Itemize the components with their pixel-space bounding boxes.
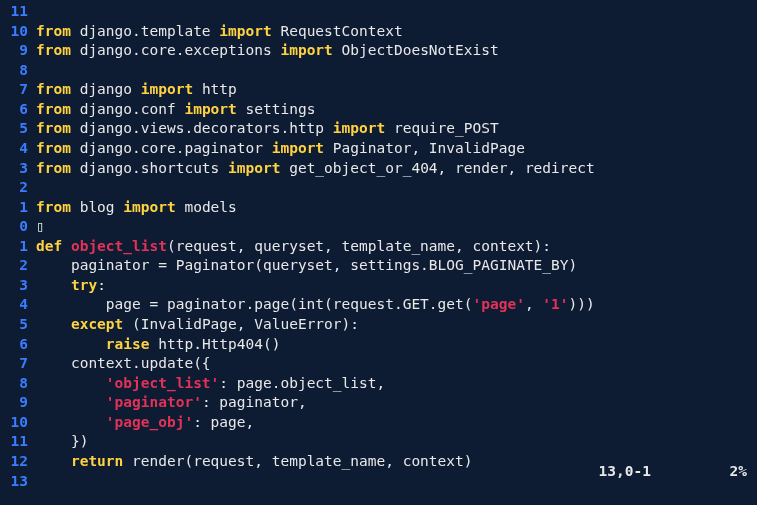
vim-editor[interactable]: 1110from django.template import RequestC… (0, 0, 757, 505)
code-line[interactable]: 2 paginator = Paginator(queryset, settin… (0, 256, 757, 276)
token-kw-import: import (141, 81, 193, 97)
line-content[interactable]: from django.core.exceptions import Objec… (36, 41, 499, 61)
line-content[interactable]: except (InvalidPage, ValueError): (36, 315, 359, 335)
token-plain: blog (71, 199, 123, 215)
token-plain: django (71, 81, 141, 97)
line-content[interactable]: return render(request, template_name, co… (36, 452, 473, 472)
token-plain: : page.object_list, (219, 375, 385, 391)
code-area[interactable]: 1110from django.template import RequestC… (0, 0, 757, 491)
token-plain: django.shortcuts (71, 160, 228, 176)
token-plain: paginator = Paginator(queryset, settings… (36, 257, 577, 273)
token-str: 'paginator' (106, 394, 202, 410)
token-kw-import: raise (106, 336, 150, 352)
token-plain: http (193, 81, 237, 97)
line-content[interactable]: from django.template import RequestConte… (36, 22, 403, 42)
token-str: 'object_list' (106, 375, 220, 391)
token-plain: : (97, 277, 106, 293)
line-content[interactable]: try: (36, 276, 106, 296)
line-number: 4 (0, 139, 36, 159)
line-content[interactable]: from blog import models (36, 198, 237, 218)
line-number: 11 (0, 2, 36, 22)
code-line[interactable]: 0▯ (0, 217, 757, 237)
line-number: 9 (0, 41, 36, 61)
token-kw-import: import (123, 199, 175, 215)
token-plain: render(request, template_name, context) (123, 453, 472, 469)
code-line[interactable]: 6from django.conf import settings (0, 100, 757, 120)
token-plain (36, 375, 106, 391)
line-number: 7 (0, 80, 36, 100)
token-str: 'page_obj' (106, 414, 193, 430)
line-content[interactable]: }) (36, 432, 88, 452)
token-plain: ObjectDoesNotExist (333, 42, 499, 58)
line-number: 8 (0, 374, 36, 394)
line-number: 4 (0, 295, 36, 315)
line-number: 1 (0, 237, 36, 257)
token-plain: ))) (569, 296, 595, 312)
token-plain: django.conf (71, 101, 185, 117)
token-plain: django.views.decorators.http (71, 120, 333, 136)
line-number: 3 (0, 276, 36, 296)
token-kw-import: import (228, 160, 280, 176)
line-number: 2 (0, 178, 36, 198)
line-content[interactable]: def object_list(request, queryset, templ… (36, 237, 551, 257)
code-line[interactable]: 8 (0, 61, 757, 81)
line-number: 11 (0, 432, 36, 452)
code-line[interactable]: 3from django.shortcuts import get_object… (0, 159, 757, 179)
code-line[interactable]: 10 'page_obj': page, (0, 413, 757, 433)
line-content[interactable]: 'page_obj': page, (36, 413, 254, 433)
code-line[interactable]: 4 page = paginator.page(int(request.GET.… (0, 295, 757, 315)
line-content[interactable]: from django.views.decorators.http import… (36, 119, 499, 139)
code-line[interactable]: 11 (0, 2, 757, 22)
line-content[interactable]: from django import http (36, 80, 237, 100)
line-number: 5 (0, 315, 36, 335)
line-content[interactable]: paginator = Paginator(queryset, settings… (36, 256, 577, 276)
token-plain: RequestContext (272, 23, 403, 39)
code-line[interactable]: 8 'object_list': page.object_list, (0, 374, 757, 394)
line-content[interactable]: from django.conf import settings (36, 100, 315, 120)
token-plain: }) (36, 433, 88, 449)
line-content[interactable]: page = paginator.page(int(request.GET.ge… (36, 295, 595, 315)
line-number: 3 (0, 159, 36, 179)
code-line[interactable]: 3 try: (0, 276, 757, 296)
token-kw-from: from (36, 23, 71, 39)
code-line[interactable]: 2 (0, 178, 757, 198)
line-number: 2 (0, 256, 36, 276)
line-number: 1 (0, 198, 36, 218)
code-line[interactable]: 5 except (InvalidPage, ValueError): (0, 315, 757, 335)
code-line[interactable]: 10from django.template import RequestCon… (0, 22, 757, 42)
line-content[interactable]: context.update({ (36, 354, 211, 374)
line-content[interactable]: from django.shortcuts import get_object_… (36, 159, 595, 179)
code-line[interactable]: 9from django.core.exceptions import Obje… (0, 41, 757, 61)
code-line[interactable]: 1def object_list(request, queryset, temp… (0, 237, 757, 257)
token-kw-from: from (36, 140, 71, 156)
token-kw-import: return (71, 453, 123, 469)
token-cursor-box: ▯ (36, 218, 45, 234)
code-line[interactable]: 7 context.update({ (0, 354, 757, 374)
line-number: 13 (0, 472, 36, 492)
line-number: 12 (0, 452, 36, 472)
line-number: 9 (0, 393, 36, 413)
token-plain (36, 316, 71, 332)
token-kw-import: import (272, 140, 324, 156)
line-number: 6 (0, 335, 36, 355)
token-kw-from: from (36, 42, 71, 58)
code-line[interactable]: 7from django import http (0, 80, 757, 100)
token-kw-import: import (333, 120, 385, 136)
code-line[interactable]: 5from django.views.decorators.http impor… (0, 119, 757, 139)
token-plain: : page, (193, 414, 254, 430)
code-line[interactable]: 6 raise http.Http404() (0, 335, 757, 355)
line-content[interactable]: ▯ (36, 217, 45, 237)
token-kw-from: from (36, 199, 71, 215)
token-plain: models (176, 199, 237, 215)
code-line[interactable]: 1from blog import models (0, 198, 757, 218)
line-content[interactable]: from django.core.paginator import Pagina… (36, 139, 525, 159)
token-plain (36, 394, 106, 410)
token-kw-from: from (36, 81, 71, 97)
line-content[interactable]: raise http.Http404() (36, 335, 280, 355)
line-content[interactable]: 'paginator': paginator, (36, 393, 307, 413)
token-kw-import: try (71, 277, 97, 293)
line-content[interactable]: 'object_list': page.object_list, (36, 374, 385, 394)
code-line[interactable]: 9 'paginator': paginator, (0, 393, 757, 413)
line-number: 6 (0, 100, 36, 120)
code-line[interactable]: 4from django.core.paginator import Pagin… (0, 139, 757, 159)
